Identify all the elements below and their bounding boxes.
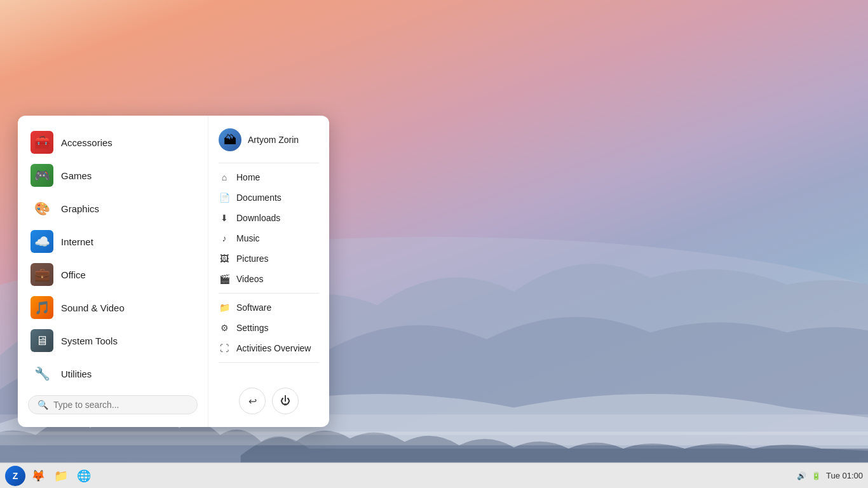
games-icon: 🎮 [31, 164, 53, 187]
pictures-label: Pictures [236, 254, 269, 264]
software-label: Software [236, 302, 271, 313]
activities-icon: ⛶ [219, 342, 230, 354]
user-section: 🏔 Artyom Zorin [214, 126, 324, 159]
internet-label: Internet [61, 236, 93, 247]
documents-label: Documents [236, 193, 281, 203]
videos-label: Videos [236, 274, 264, 284]
videos-icon: 🎬 [219, 273, 230, 285]
home-label: Home [236, 172, 260, 182]
system-activities-overview[interactable]: ⛶ Activities Overview [214, 338, 324, 358]
category-office[interactable]: 💼 Office [23, 258, 203, 291]
graphics-icon: 🎨 [31, 197, 53, 220]
graphics-label: Graphics [61, 203, 99, 214]
divider-2 [219, 293, 319, 294]
taskbar-left: Z 🦊 📁 🌐 [5, 466, 94, 486]
search-bar[interactable]: 🔍 [28, 395, 198, 414]
category-internet[interactable]: ☁️ Internet [23, 225, 203, 258]
power-button[interactable]: ⏻ [272, 388, 299, 414]
logout-button[interactable]: ↩ [239, 388, 266, 414]
clock: Tue 01:00 [826, 471, 863, 480]
system-tools-label: System Tools [61, 336, 118, 346]
place-videos[interactable]: 🎬 Videos [214, 269, 324, 289]
settings-icon: ⚙ [219, 322, 230, 334]
divider-1 [219, 163, 319, 163]
app-menu: 🧰 Accessories 🎮 Games 🎨 Graphics ☁️ [18, 116, 329, 427]
firefox-taskbar-icon[interactable]: 🦊 [28, 466, 48, 486]
volume-icon: 🔊 [797, 471, 806, 480]
utilities-label: Utilities [61, 369, 92, 379]
downloads-label: Downloads [236, 213, 280, 223]
files-taskbar-icon[interactable]: 📁 [51, 466, 71, 486]
accessories-label: Accessories [61, 137, 112, 148]
utilities-icon: 🔧 [31, 362, 53, 385]
downloads-icon: ⬇ [219, 212, 230, 224]
search-input[interactable] [53, 400, 188, 410]
category-sound-video[interactable]: 🎵 Sound & Video [23, 291, 203, 324]
software-icon: 📁 [219, 302, 230, 313]
office-icon: 💼 [31, 263, 53, 286]
home-icon: ⌂ [219, 172, 230, 183]
category-graphics[interactable]: 🎨 Graphics [23, 192, 203, 225]
activities-label: Activities Overview [236, 343, 311, 353]
accessories-icon: 🧰 [31, 131, 53, 154]
office-label: Office [61, 269, 86, 280]
sound-video-label: Sound & Video [61, 302, 125, 313]
power-icon: ⏻ [280, 395, 290, 407]
category-system-tools[interactable]: 🖥 System Tools [23, 324, 203, 357]
zorin-logo: Z [13, 471, 18, 481]
system-tools-icon: 🖥 [31, 329, 53, 352]
menu-left-panel: 🧰 Accessories 🎮 Games 🎨 Graphics ☁️ [18, 116, 208, 427]
sound-video-icon: 🎵 [31, 296, 53, 319]
games-label: Games [61, 170, 92, 181]
webstore-icon: 🌐 [77, 469, 91, 483]
place-music[interactable]: ♪ Music [214, 228, 324, 248]
place-downloads[interactable]: ⬇ Downloads [214, 208, 324, 228]
firefox-icon: 🦊 [31, 469, 45, 483]
menu-right-panel: 🏔 Artyom Zorin ⌂ Home 📄 Documents ⬇ Down… [208, 116, 329, 427]
music-icon: ♪ [219, 233, 230, 244]
internet-icon: ☁️ [31, 230, 53, 253]
divider-3 [219, 362, 319, 363]
avatar: 🏔 [219, 128, 241, 151]
settings-label: Settings [236, 323, 269, 333]
category-accessories[interactable]: 🧰 Accessories [23, 126, 203, 159]
search-icon: 🔍 [37, 400, 48, 410]
action-buttons: ↩ ⏻ [214, 383, 324, 417]
system-software[interactable]: 📁 Software [214, 297, 324, 318]
music-label: Music [236, 233, 260, 243]
documents-icon: 📄 [219, 192, 230, 203]
pictures-icon: 🖼 [219, 253, 230, 264]
category-utilities[interactable]: 🔧 Utilities [23, 357, 203, 390]
files-icon: 📁 [54, 469, 68, 483]
user-name: Artyom Zorin [248, 135, 299, 145]
system-settings[interactable]: ⚙ Settings [214, 318, 324, 338]
category-list: 🧰 Accessories 🎮 Games 🎨 Graphics ☁️ [23, 126, 203, 390]
place-documents[interactable]: 📄 Documents [214, 187, 324, 208]
zorin-menu-button[interactable]: Z [5, 466, 25, 486]
webstore-taskbar-icon[interactable]: 🌐 [74, 466, 94, 486]
battery-icon: 🔋 [811, 471, 821, 480]
taskbar: Z 🦊 📁 🌐 🔊 🔋 Tue 01:00 [0, 463, 868, 488]
category-games[interactable]: 🎮 Games [23, 159, 203, 192]
svg-rect-2 [0, 432, 868, 446]
taskbar-right: 🔊 🔋 Tue 01:00 [797, 471, 863, 480]
logout-icon: ↩ [248, 395, 257, 407]
place-home[interactable]: ⌂ Home [214, 167, 324, 187]
place-pictures[interactable]: 🖼 Pictures [214, 248, 324, 269]
